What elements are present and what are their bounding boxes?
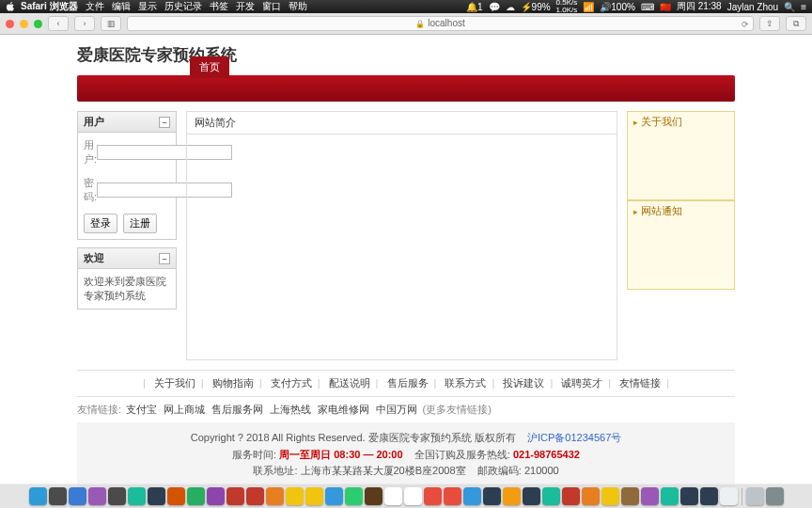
menu-develop[interactable]: 开发	[236, 0, 255, 13]
footer-link[interactable]: 友情链接	[619, 377, 661, 389]
address-label: 联系地址:	[253, 465, 297, 476]
dock-app-icon[interactable]	[325, 487, 343, 505]
about-us-panel: 关于我们	[627, 111, 735, 200]
login-button[interactable]: 登录	[84, 214, 117, 233]
dock-app-icon[interactable]	[523, 487, 540, 505]
sidebar-toggle-button[interactable]: ▥	[101, 16, 121, 31]
dock-app-icon[interactable]	[88, 487, 106, 505]
reload-icon[interactable]: ⟳	[742, 18, 749, 31]
url-text: localhost	[428, 18, 464, 28]
dock-app-icon[interactable]	[128, 487, 146, 505]
footer-link[interactable]: 售后服务	[387, 377, 429, 389]
site-notice-title: 网站通知	[628, 201, 734, 221]
dock-app-icon[interactable]	[562, 487, 580, 505]
icp-link[interactable]: 沪ICP备01234567号	[527, 432, 621, 443]
friend-link[interactable]: 上海热线	[270, 404, 311, 415]
menubar-app-name: Safari 浏览器	[21, 0, 78, 13]
dock-app-icon[interactable]	[766, 487, 784, 505]
menu-view[interactable]: 显示	[138, 0, 157, 13]
footer-link[interactable]: 诚聘英才	[561, 377, 602, 389]
footer-link[interactable]: 配送说明	[329, 377, 370, 389]
menu-file[interactable]: 文件	[86, 0, 104, 13]
window-maximize-button[interactable]	[34, 20, 42, 28]
dock-app-icon[interactable]	[444, 487, 461, 505]
collapse-icon[interactable]: –	[159, 253, 170, 264]
register-button[interactable]: 注册	[123, 214, 157, 233]
footer-link[interactable]: 联系方式	[445, 377, 486, 389]
address-value: 上海市某某路某大厦20楼B座2008室	[301, 465, 466, 476]
dock-app-icon[interactable]	[483, 487, 501, 505]
footer-link[interactable]: 关于我们	[154, 377, 195, 389]
menu-window[interactable]: 窗口	[262, 0, 281, 13]
dock-app-icon[interactable]	[148, 487, 165, 505]
dock-app-icon[interactable]	[720, 487, 738, 505]
footer-link[interactable]: 支付方式	[271, 377, 312, 389]
welcome-panel: 欢迎 – 欢迎来到爱康医院专家预约系统	[77, 247, 177, 310]
back-button[interactable]: ‹	[48, 16, 69, 31]
friend-link[interactable]: 中国万网	[376, 404, 417, 415]
dock-app-icon[interactable]	[463, 487, 481, 505]
input-icon[interactable]: ⌨	[641, 2, 654, 12]
dock-app-icon[interactable]	[384, 487, 402, 505]
flag-icon[interactable]: 🇨🇳	[660, 2, 671, 12]
dock-app-icon[interactable]	[305, 487, 323, 505]
menu-history[interactable]: 历史记录	[164, 0, 202, 13]
menubar-status: 🔔1 💬 ☁ ⚡99% 0.5K/s1.0K/s 📶 🔊100% ⌨ 🇨🇳 周四…	[466, 0, 806, 14]
dock-app-icon[interactable]	[404, 487, 422, 505]
cloud-icon[interactable]: ☁	[506, 2, 515, 12]
spotlight-icon[interactable]: 🔍	[784, 2, 795, 12]
dock-app-icon[interactable]	[246, 487, 264, 505]
dock-app-icon[interactable]	[601, 487, 619, 505]
menu-help[interactable]: 帮助	[289, 0, 307, 13]
dock-app-icon[interactable]	[207, 487, 225, 505]
dock-app-icon[interactable]	[49, 487, 67, 505]
wechat-icon[interactable]: 💬	[489, 2, 500, 12]
notification-icon[interactable]: 🔔1	[466, 2, 483, 12]
footer-link[interactable]: 购物指南	[212, 377, 254, 389]
friend-links-label: 友情链接:	[77, 404, 121, 415]
hotline-value: 021-98765432	[513, 449, 580, 460]
friend-link[interactable]: 网上商城	[164, 404, 205, 415]
menu-bookmarks[interactable]: 书签	[210, 0, 228, 13]
forward-button[interactable]: ›	[74, 16, 95, 31]
footer-link[interactable]: 投诉建议	[503, 377, 544, 389]
list-icon[interactable]: ≡	[801, 2, 806, 12]
friend-link[interactable]: 支付宝	[126, 404, 157, 415]
dock-app-icon[interactable]	[746, 487, 764, 505]
menu-edit[interactable]: 编辑	[112, 0, 131, 13]
dock-app-icon[interactable]	[700, 487, 718, 505]
dock-app-icon[interactable]	[582, 487, 600, 505]
dock-app-icon[interactable]	[226, 487, 244, 505]
share-button[interactable]: ⇪	[759, 16, 780, 31]
friend-links-more[interactable]: (更多友情链接)	[423, 404, 492, 415]
collapse-icon[interactable]: –	[159, 117, 170, 128]
window-close-button[interactable]	[6, 20, 14, 28]
tabs-button[interactable]: ⧉	[786, 16, 806, 31]
dock-app-icon[interactable]	[266, 487, 284, 505]
dock-app-icon[interactable]	[29, 487, 47, 505]
dock-app-icon[interactable]	[503, 487, 521, 505]
nav-tab-home[interactable]: 首页	[190, 56, 229, 78]
friend-link[interactable]: 家电维修网	[318, 404, 369, 415]
url-bar[interactable]: 🔒localhost ⟳	[127, 16, 754, 31]
wifi-icon[interactable]: 📶	[583, 2, 594, 12]
password-label: 密码:	[84, 176, 97, 204]
dock-app-icon[interactable]	[661, 487, 679, 505]
friend-link[interactable]: 售后服务网	[211, 404, 263, 415]
dock-app-icon[interactable]	[187, 487, 205, 505]
window-minimize-button[interactable]	[20, 20, 28, 28]
dock-app-icon[interactable]	[621, 487, 639, 505]
dock-app-icon[interactable]	[108, 487, 126, 505]
dock-app-icon[interactable]	[680, 487, 698, 505]
dock-app-icon[interactable]	[167, 487, 185, 505]
dock-app-icon[interactable]	[424, 487, 442, 505]
battery-status: ⚡99%	[521, 2, 551, 12]
dock-app-icon[interactable]	[542, 487, 560, 505]
about-us-title: 关于我们	[628, 112, 734, 132]
dock-app-icon[interactable]	[345, 487, 363, 505]
dock-app-icon[interactable]	[286, 487, 304, 505]
lock-icon: 🔒	[415, 20, 425, 28]
dock-app-icon[interactable]	[641, 487, 659, 505]
dock-app-icon[interactable]	[69, 487, 86, 505]
dock-app-icon[interactable]	[365, 487, 383, 505]
